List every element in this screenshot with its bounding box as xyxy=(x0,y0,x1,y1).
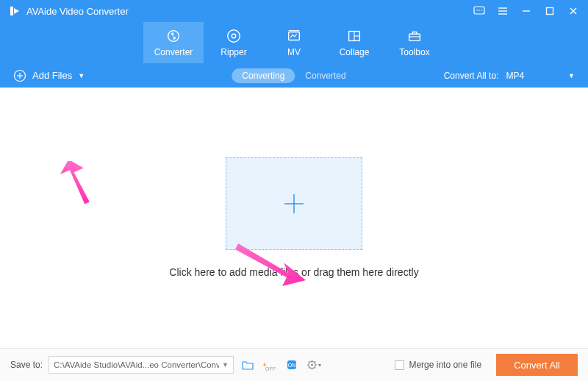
app-title: AVAide Video Converter xyxy=(26,6,129,17)
titlebar-controls xyxy=(473,5,579,17)
collage-icon xyxy=(346,28,362,44)
tab-label: Ripper xyxy=(220,47,246,57)
svg-point-1 xyxy=(476,10,478,11)
chevron-down-icon: ▼ xyxy=(222,361,229,368)
svg-rect-8 xyxy=(547,8,553,15)
plus-circle-icon xyxy=(13,69,26,82)
subtab-converting[interactable]: Converting xyxy=(232,68,295,83)
subtab-converted[interactable]: Converted xyxy=(295,68,356,83)
minimize-icon[interactable] xyxy=(520,5,532,17)
svg-rect-19 xyxy=(409,34,420,40)
tab-ripper[interactable]: Ripper xyxy=(204,22,264,63)
svg-point-12 xyxy=(228,30,240,43)
svg-point-13 xyxy=(232,34,236,38)
convert-all-to-label: Convert All to: xyxy=(444,71,499,81)
plus-icon xyxy=(282,191,306,216)
toolbox-icon xyxy=(406,28,423,44)
ripper-icon xyxy=(226,28,242,44)
app-logo-icon xyxy=(9,5,21,17)
add-files-label: Add Files xyxy=(32,70,72,81)
tab-label: Collage xyxy=(340,47,370,57)
settings-button[interactable]: ▾ xyxy=(306,357,322,373)
footer: Save to: C:\AVAide Studio\AVAid...eo Con… xyxy=(0,348,588,381)
add-files-button[interactable]: Add Files ▼ xyxy=(13,69,85,82)
main-tabbar: Converter Ripper MV Collage Toolbox xyxy=(0,22,588,63)
svg-point-3 xyxy=(481,10,482,11)
save-to-label: Save to: xyxy=(10,360,43,370)
checkbox-icon xyxy=(395,360,404,370)
tab-label: Toolbox xyxy=(399,47,429,57)
drop-hint: Click here to add media files or drag th… xyxy=(169,266,418,278)
mv-icon xyxy=(286,28,302,44)
chevron-down-icon: ▼ xyxy=(568,72,575,79)
close-icon[interactable] xyxy=(567,5,579,17)
titlebar-left: AVAide Video Converter xyxy=(9,5,129,17)
svg-point-29 xyxy=(311,364,313,366)
tab-converter[interactable]: Converter xyxy=(143,22,204,63)
hardware-accel-button[interactable]: OFF xyxy=(262,357,278,373)
toolbar: Add Files ▼ Converting Converted Convert… xyxy=(0,63,588,88)
convert-all-to: Convert All to: MP4 ▼ xyxy=(444,71,575,81)
svg-text:ON: ON xyxy=(288,363,296,368)
save-path-value: C:\AVAide Studio\AVAid...eo Converter\Co… xyxy=(54,360,219,369)
menu-icon[interactable] xyxy=(497,5,509,17)
high-speed-button[interactable]: ON xyxy=(284,357,300,373)
dropzone[interactable] xyxy=(226,157,362,250)
svg-point-2 xyxy=(478,10,480,11)
chevron-down-icon: ▼ xyxy=(78,72,85,79)
main-area: Click here to add media files or drag th… xyxy=(0,88,588,348)
format-select[interactable]: MP4 ▼ xyxy=(506,71,575,81)
annotation-arrow-icon xyxy=(54,161,98,205)
merge-checkbox[interactable]: Merge into one file xyxy=(395,360,481,370)
converter-icon xyxy=(165,28,182,44)
feedback-icon[interactable] xyxy=(473,5,485,17)
tab-collage[interactable]: Collage xyxy=(324,22,384,63)
tab-toolbox[interactable]: Toolbox xyxy=(384,22,445,63)
titlebar: AVAide Video Converter xyxy=(0,0,588,22)
open-folder-button[interactable] xyxy=(240,357,256,373)
tab-label: MV xyxy=(287,47,301,57)
subtab-group: Converting Converted xyxy=(232,68,356,83)
tab-label: Converter xyxy=(154,47,193,57)
tab-mv[interactable]: MV xyxy=(264,22,324,63)
merge-label: Merge into one file xyxy=(409,360,481,370)
format-value: MP4 xyxy=(506,71,524,81)
convert-all-button[interactable]: Convert All xyxy=(496,354,578,376)
save-path-select[interactable]: C:\AVAide Studio\AVAid...eo Converter\Co… xyxy=(49,356,234,374)
maximize-icon[interactable] xyxy=(544,5,556,17)
